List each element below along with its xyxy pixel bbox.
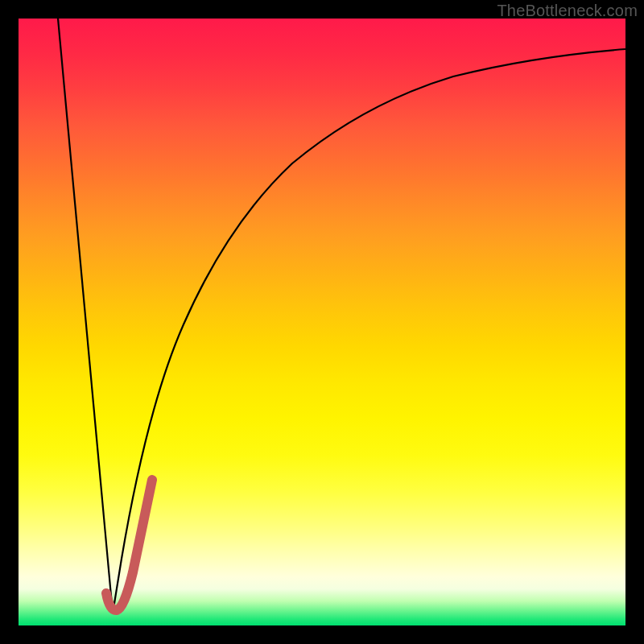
left-descent-line (58, 19, 113, 613)
plot-area (19, 19, 625, 625)
curve-layer (19, 19, 625, 625)
right-ascent-curve (113, 49, 625, 613)
chart-frame: TheBottleneck.com (0, 0, 644, 644)
watermark-text: TheBottleneck.com (497, 2, 638, 20)
accent-j-stroke (106, 480, 152, 610)
